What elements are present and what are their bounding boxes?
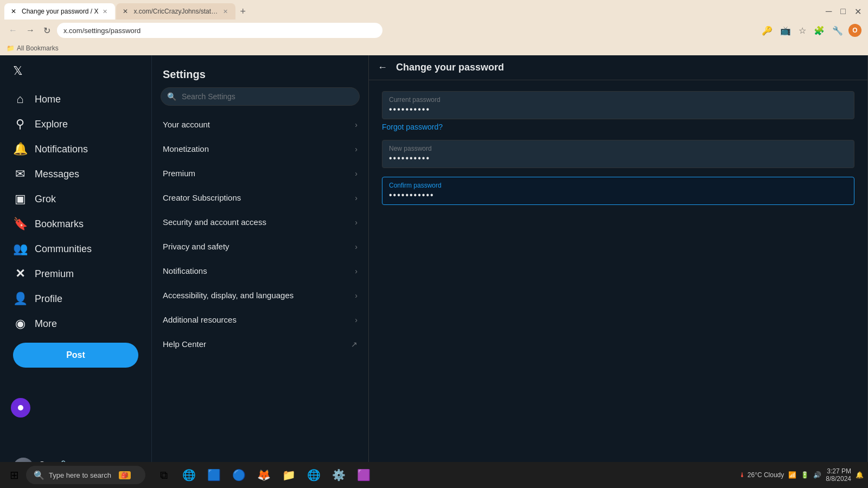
taskbar-app-firefox[interactable]: 🦊 xyxy=(252,463,276,487)
taskbar-app-edge[interactable]: 🔵 xyxy=(227,463,251,487)
communities-icon: 👥 xyxy=(13,242,27,256)
reload-button[interactable]: ↻ xyxy=(41,23,53,38)
taskbar-app-chrome2[interactable]: 🌐 xyxy=(302,463,326,487)
taskbar-apps: ⧉ 🌐 🟦 🔵 🦊 📁 🌐 ⚙️ 🟪 xyxy=(152,463,375,487)
settings-item-notifications[interactable]: Notifications › xyxy=(152,259,368,283)
confirm-password-dots: ••••••••••• xyxy=(389,190,847,200)
settings-item-creator-subs[interactable]: Creator Subscriptions › xyxy=(152,185,368,210)
app-content: 𝕏 ⌂ Home ⚲ Explore 🔔 Notifications ✉ Mes… xyxy=(0,55,868,488)
post-button[interactable]: Post xyxy=(13,343,138,368)
taskbar-clock[interactable]: 3:27 PM 8/8/2024 xyxy=(826,467,851,483)
back-button[interactable]: ← xyxy=(7,23,20,37)
taskbar-search-text: Type here to search xyxy=(49,471,111,479)
bookmarks-label[interactable]: All Bookmarks xyxy=(17,44,59,52)
external-link-icon: ↗ xyxy=(351,340,358,349)
current-password-field: Current password •••••••••• Forgot passw… xyxy=(382,91,854,131)
sidebar-item-more[interactable]: ◉ More xyxy=(7,311,145,336)
profile-icon: 👤 xyxy=(13,292,27,306)
chevron-right-icon-6: › xyxy=(355,242,358,251)
tab-close-inactive[interactable]: ✕ xyxy=(222,7,229,16)
tab-inactive[interactable]: ✕ x.com/CricCrazyJohns/status/1... ✕ xyxy=(116,3,235,20)
taskbar-app-purple[interactable]: 🟪 xyxy=(352,463,375,487)
new-tab-button[interactable]: + xyxy=(237,7,249,16)
panel-header: ← Change your password xyxy=(369,55,867,80)
weather-alert-icon: 🌡 xyxy=(739,471,745,479)
taskbar-app-files[interactable]: 📁 xyxy=(277,463,301,487)
taskbar-app-teams[interactable]: 🟦 xyxy=(202,463,226,487)
tab-close-active[interactable]: ✕ xyxy=(101,7,108,16)
taskbar-date-text: 8/8/2024 xyxy=(826,475,851,483)
toolbar-icons: 🔑 📺 ☆ 🧩 🔧 O xyxy=(760,23,861,38)
extensions-btn[interactable]: 🔧 xyxy=(830,23,845,38)
taskbar-app-task-view[interactable]: ⧉ xyxy=(152,463,176,487)
extension-icon[interactable]: 🧩 xyxy=(812,23,827,38)
chevron-right-icon-4: › xyxy=(355,194,358,202)
settings-item-premium[interactable]: Premium › xyxy=(152,161,368,185)
settings-label-creator-subs: Creator Subscriptions xyxy=(163,193,241,202)
sidebar-item-premium[interactable]: ✕ Premium xyxy=(7,261,145,286)
settings-panel: Settings 🔍 Your account › Monetization ›… xyxy=(152,55,369,488)
sidebar-item-messages[interactable]: ✉ Messages xyxy=(7,162,145,187)
settings-item-accessibility[interactable]: Accessibility, display, and languages › xyxy=(152,283,368,307)
search-icon: 🔍 xyxy=(167,92,176,101)
back-arrow-button[interactable]: ← xyxy=(378,62,387,73)
close-window-button[interactable]: ✕ xyxy=(852,7,864,17)
taskbar: ⊞ 🔍 Type here to search 🎒 ⧉ 🌐 🟦 🔵 🦊 📁 🌐 … xyxy=(0,462,868,488)
settings-item-help[interactable]: Help Center ↗ xyxy=(152,332,368,356)
chevron-right-icon-3: › xyxy=(355,169,358,178)
grok-icon: ▣ xyxy=(13,192,27,206)
sidebar-item-home[interactable]: ⌂ Home xyxy=(7,87,145,112)
taskbar-search[interactable]: 🔍 Type here to search 🎒 xyxy=(26,466,145,484)
confirm-password-field: Confirm password ••••••••••• xyxy=(382,177,854,205)
search-settings-input[interactable] xyxy=(161,87,360,106)
notifications-icon: 🔔 xyxy=(13,142,27,156)
tab-active[interactable]: ✕ Change your password / X ✕ xyxy=(4,3,115,20)
start-button[interactable]: ⊞ xyxy=(4,465,24,485)
settings-item-privacy[interactable]: Privacy and safety › xyxy=(152,234,368,259)
new-password-input-wrap[interactable]: New password •••••••••• xyxy=(382,140,854,168)
settings-label-monetization: Monetization xyxy=(163,144,209,153)
notifications-taskbar-icon[interactable]: 🔔 xyxy=(856,471,864,479)
forward-button[interactable]: → xyxy=(24,23,37,37)
chevron-right-icon-7: › xyxy=(355,267,358,275)
weather-text: 26°C Cloudy xyxy=(748,471,784,479)
tab-title-active: Change your password / X xyxy=(22,8,98,15)
settings-label-security: Security and account access xyxy=(163,217,266,227)
sidebar-item-grok[interactable]: ▣ Grok xyxy=(7,187,145,211)
home-icon: ⌂ xyxy=(13,92,27,106)
address-bar-row: ← → ↻ 🔑 📺 ☆ 🧩 🔧 O xyxy=(0,20,868,41)
settings-label-help: Help Center xyxy=(163,339,206,349)
tab-favicon-active: ✕ xyxy=(11,8,18,15)
sidebar-item-explore[interactable]: ⚲ Explore xyxy=(7,112,145,137)
profile-avatar-btn[interactable]: O xyxy=(848,24,861,37)
password-manager-icon[interactable]: 🔑 xyxy=(760,23,775,38)
sidebar-label-bookmarks: Bookmarks xyxy=(35,219,84,230)
sidebar-item-bookmarks[interactable]: 🔖 Bookmarks xyxy=(7,211,145,236)
panel-title: Change your password xyxy=(396,62,504,73)
sidebar-item-notifications[interactable]: 🔔 Notifications xyxy=(7,137,145,162)
explore-icon: ⚲ xyxy=(13,117,27,131)
settings-label-privacy: Privacy and safety xyxy=(163,242,229,251)
sidebar-label-communities: Communities xyxy=(35,243,92,255)
bookmark-star-icon[interactable]: ☆ xyxy=(796,23,808,38)
settings-item-additional[interactable]: Additional resources › xyxy=(152,307,368,332)
tab-favicon-inactive: ✕ xyxy=(123,8,130,15)
chevron-right-icon-9: › xyxy=(355,316,358,324)
sidebar-label-home: Home xyxy=(35,94,61,105)
taskbar-app-chrome[interactable]: 🌐 xyxy=(177,463,201,487)
settings-item-your-account[interactable]: Your account › xyxy=(152,112,368,137)
sidebar-item-profile[interactable]: 👤 Profile xyxy=(7,286,145,311)
confirm-password-input-wrap[interactable]: Confirm password ••••••••••• xyxy=(382,177,854,205)
current-password-input-wrap[interactable]: Current password •••••••••• xyxy=(382,91,854,119)
x-logo[interactable]: 𝕏 xyxy=(7,60,145,82)
sidebar-item-communities[interactable]: 👥 Communities xyxy=(7,236,145,261)
screen-cast-icon[interactable]: 📺 xyxy=(778,23,793,38)
forgot-password-link[interactable]: Forgot password? xyxy=(382,123,854,131)
address-input[interactable] xyxy=(57,23,382,38)
settings-item-monetization[interactable]: Monetization › xyxy=(152,137,368,161)
minimize-button[interactable]: ─ xyxy=(824,7,834,16)
password-panel: ← Change your password Current password … xyxy=(369,55,868,488)
taskbar-app-settings[interactable]: ⚙️ xyxy=(327,463,350,487)
settings-item-security[interactable]: Security and account access › xyxy=(152,210,368,234)
maximize-button[interactable]: □ xyxy=(838,7,848,16)
